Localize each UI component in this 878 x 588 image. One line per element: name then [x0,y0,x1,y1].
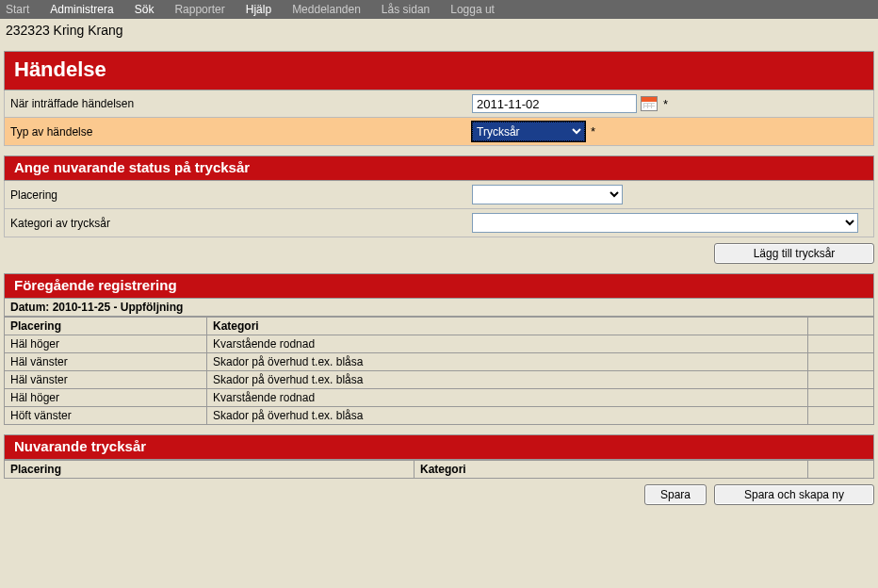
nav-search[interactable]: Sök [135,3,154,16]
category-select[interactable] [472,213,858,233]
placement-select[interactable] [472,185,623,204]
nav-start[interactable]: Start [6,3,29,16]
cell-extra [808,335,874,353]
add-trycksar-button[interactable]: Lägg till trycksår [714,243,874,264]
required-mark: * [663,97,668,111]
nav-lock[interactable]: Lås sidan [382,3,430,16]
cell-placement: Höft vänster [5,407,207,425]
type-select[interactable]: Trycksår [472,122,585,141]
previous-table: Placering Kategori Häl högerKvarstående … [4,317,874,425]
current-table: Placering Kategori [4,460,874,479]
table-row: Häl högerKvarstående rodnad [5,335,874,353]
save-button[interactable]: Spara [644,484,707,505]
col-category: Kategori [415,461,808,479]
date-input[interactable] [472,94,637,113]
nav-messages[interactable]: Meddelanden [292,3,361,16]
cell-category: Kvarstående rodnad [207,389,808,407]
event-title: Händelse [4,51,874,90]
label-when: När inträffade händelsen [10,97,472,110]
cell-placement: Häl vänster [5,371,207,389]
cell-placement: Häl höger [5,335,207,353]
patient-info: 232323 Kring Krang [0,19,878,41]
status-panel: Ange nuvarande status på trycksår Placer… [4,155,874,237]
table-header-row: Placering Kategori [5,461,874,479]
nav-logout[interactable]: Logga ut [450,3,495,16]
cell-extra [808,389,874,407]
cell-extra [808,353,874,371]
current-title: Nuvarande trycksår [4,434,874,460]
col-placement: Placering [5,461,415,479]
cell-category: Skador på överhud t.ex. blåsa [207,353,808,371]
cell-placement: Häl vänster [5,353,207,371]
cell-extra [808,371,874,389]
row-placement: Placering [4,181,874,209]
status-title: Ange nuvarande status på trycksår [4,155,874,181]
table-row: Häl högerKvarstående rodnad [5,389,874,407]
current-panel: Nuvarande trycksår Placering Kategori [4,434,874,479]
cell-category: Kvarstående rodnad [207,335,808,353]
label-placement: Placering [10,188,472,202]
table-row: Häl vänsterSkador på överhud t.ex. blåsa [5,371,874,389]
cell-extra [808,407,874,425]
nav-reports[interactable]: Rapporter [174,3,224,16]
previous-panel: Föregående registrering Datum: 2010-11-2… [4,273,874,425]
table-header-row: Placering Kategori [5,318,874,335]
event-panel: Händelse När inträffade händelsen * Typ … [4,51,874,146]
cell-category: Skador på överhud t.ex. blåsa [207,407,808,425]
required-mark: * [591,124,595,139]
previous-subheader: Datum: 2010-11-25 - Uppföljning [4,299,874,317]
label-category: Kategori av trycksår [10,217,472,230]
table-row: Höft vänsterSkador på överhud t.ex. blås… [5,407,874,425]
nav-admin[interactable]: Administrera [50,3,113,16]
label-type: Typ av händelse [10,125,472,139]
top-nav: Start Administrera Sök Rapporter Hjälp M… [0,0,878,19]
calendar-icon[interactable] [641,96,658,111]
col-extra [808,318,874,335]
col-category: Kategori [207,318,808,335]
cell-placement: Häl höger [5,389,207,407]
nav-help[interactable]: Hjälp [246,3,271,16]
row-type: Typ av händelse Trycksår * [4,118,874,146]
table-row: Häl vänsterSkador på överhud t.ex. blåsa [5,353,874,371]
col-placement: Placering [5,318,207,335]
cell-category: Skador på överhud t.ex. blåsa [207,371,808,389]
col-extra [808,461,874,479]
row-category: Kategori av trycksår [4,209,874,237]
previous-title: Föregående registrering [4,273,874,299]
save-and-new-button[interactable]: Spara och skapa ny [714,484,874,505]
row-when: När inträffade händelsen * [4,90,874,118]
